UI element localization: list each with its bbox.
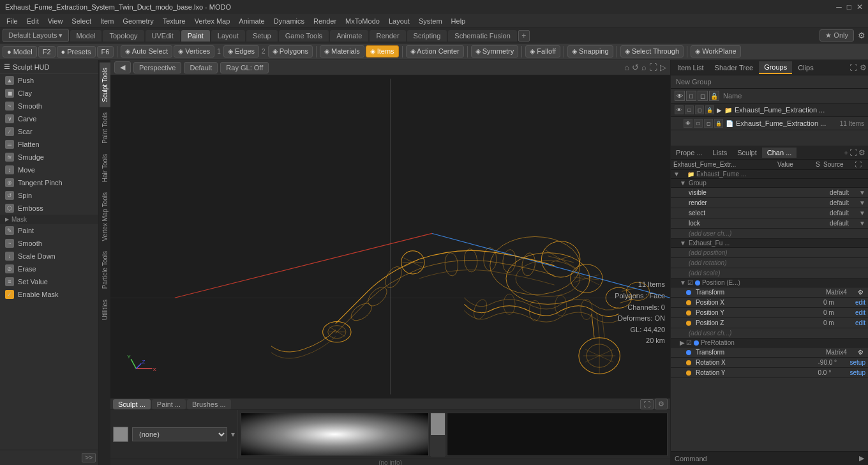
- vert-tab-particle[interactable]: Particle Tools: [100, 246, 110, 294]
- ch-posX-edit[interactable]: edit: [853, 299, 865, 306]
- tool-smudge[interactable]: ≋ Smudge: [0, 151, 98, 164]
- tab-layout[interactable]: Layout: [211, 30, 245, 42]
- rp-tab-groups[interactable]: Groups: [759, 61, 792, 74]
- ch-tab-lists[interactable]: Lists: [708, 148, 733, 158]
- ch-subsection-position[interactable]: ▼ ☑ Position (E...): [671, 278, 868, 287]
- tab-scripting[interactable]: Scripting: [407, 30, 447, 42]
- close-button[interactable]: ✕: [857, 3, 863, 11]
- sub-eye-icon[interactable]: 👁: [684, 119, 692, 128]
- ch-pos-checkbox-icon[interactable]: ☑: [687, 279, 693, 286]
- minimize-button[interactable]: ─: [836, 3, 842, 11]
- menu-render[interactable]: Render: [310, 16, 340, 26]
- group-render2-icon[interactable]: □: [685, 105, 694, 114]
- ch-prerot-checkbox-icon[interactable]: ☑: [686, 339, 692, 346]
- ch-rotX-value[interactable]: -90.0 °: [816, 359, 848, 366]
- tool-spin[interactable]: ↺ Spin: [0, 189, 98, 202]
- rp-tab-itemlist[interactable]: Item List: [672, 62, 709, 73]
- ch-posX-value[interactable]: 0 m: [821, 299, 853, 306]
- tab-model[interactable]: Model: [70, 30, 102, 42]
- f2-button[interactable]: F2: [38, 46, 56, 57]
- color-swatch[interactable]: [113, 427, 128, 442]
- menu-system[interactable]: System: [415, 16, 446, 26]
- bottom-expand-button[interactable]: ⛶: [640, 399, 654, 409]
- vert-tab-paint[interactable]: Paint Tools: [100, 107, 110, 149]
- polygons-button[interactable]: ◈ Polygons: [268, 45, 313, 57]
- tool-tangent-pinch[interactable]: ⊕ Tangent Pinch: [0, 176, 98, 189]
- group-select2-icon[interactable]: ◻: [695, 105, 704, 114]
- vert-tab-sculpt[interactable]: Sculpt Tools: [100, 63, 110, 107]
- group-expand-arrow-icon[interactable]: ▶: [717, 107, 722, 114]
- ch-posY-edit[interactable]: edit: [853, 309, 865, 316]
- tool-push[interactable]: ▲ Push: [0, 74, 98, 87]
- ch-posZ-edit[interactable]: edit: [853, 319, 865, 326]
- new-group-button[interactable]: New Group: [671, 75, 868, 89]
- nav-back-button[interactable]: ◀: [114, 61, 131, 73]
- tool-smooth-mask[interactable]: ~ Smooth: [0, 237, 98, 250]
- menu-animate[interactable]: Animate: [235, 16, 268, 26]
- bottom-tab-paint[interactable]: Paint ...: [152, 399, 186, 409]
- menu-view[interactable]: View: [44, 16, 67, 26]
- ch-rotY-edit[interactable]: setup: [848, 369, 865, 376]
- brush-preview-main[interactable]: [241, 413, 429, 456]
- sub-select-icon[interactable]: ◻: [704, 119, 713, 128]
- tool-emboss[interactable]: ⬡ Emboss: [0, 202, 98, 215]
- ch-visible-dropdown-icon[interactable]: ▼: [859, 189, 865, 196]
- tab-topology[interactable]: Topology: [103, 30, 144, 42]
- vis-toggle-icon[interactable]: 👁: [675, 91, 685, 101]
- vp-home-icon[interactable]: ⌂: [624, 63, 629, 72]
- f6-button[interactable]: F6: [97, 46, 114, 57]
- ch-expand-icon[interactable]: ⛶: [849, 148, 857, 157]
- maximize-button[interactable]: □: [847, 3, 851, 11]
- tool-move[interactable]: ↕ Move: [0, 164, 98, 176]
- menu-item[interactable]: Item: [96, 16, 117, 26]
- ch-transform-settings-icon[interactable]: ⚙: [855, 289, 865, 296]
- symmetry-button[interactable]: ◈ Symmetry: [471, 45, 519, 57]
- command-input[interactable]: [707, 455, 859, 462]
- ch-subsection-prerotation[interactable]: ▶ ☑ PreRotation: [671, 339, 868, 347]
- ch-lock-value[interactable]: default: [827, 220, 859, 227]
- tab-gametools[interactable]: Game Tools: [279, 30, 329, 42]
- menu-help[interactable]: Help: [447, 16, 470, 26]
- menu-vertexmap[interactable]: Vertex Map: [191, 16, 234, 26]
- menu-select[interactable]: Select: [68, 16, 95, 26]
- brush-dropdown[interactable]: (none): [132, 427, 227, 441]
- model-mode-button[interactable]: ● Model: [3, 46, 37, 57]
- ch-visible-value[interactable]: default: [827, 189, 859, 196]
- ch-section-exhaust[interactable]: ▼ 📁 Exhaust_Fume ...: [671, 170, 868, 179]
- ch-tab-chan[interactable]: Chan ...: [762, 148, 797, 158]
- tab-setup[interactable]: Setup: [246, 30, 278, 42]
- menu-file[interactable]: File: [3, 16, 22, 26]
- cmd-submit-icon[interactable]: ▶: [859, 454, 864, 462]
- tool-smooth-sculpt[interactable]: ~ Smooth: [0, 100, 98, 112]
- falloff-button[interactable]: ◈ Falloff: [525, 45, 560, 57]
- tool-flatten[interactable]: ═ Flatten: [0, 138, 98, 151]
- ch-tab-sculpt[interactable]: Sculpt: [732, 148, 762, 158]
- ch-tab-prope[interactable]: Prope ...: [671, 148, 708, 158]
- rp-tab-clips[interactable]: Clips: [793, 62, 818, 73]
- tab-render[interactable]: Render: [370, 30, 405, 42]
- viewport-canvas[interactable]: × X Y Z 11 Items Polygons : Face: [110, 75, 670, 398]
- tab-paint[interactable]: Paint: [181, 30, 210, 42]
- tab-uvedit[interactable]: UVEdit: [146, 30, 180, 42]
- sub-render-icon[interactable]: □: [694, 119, 703, 128]
- ch-settings-icon[interactable]: ⚙: [858, 148, 865, 157]
- ch-posY-value[interactable]: 0 m: [821, 309, 853, 316]
- vp-expand-icon[interactable]: ⛶: [649, 63, 657, 72]
- add-tab-button[interactable]: +: [518, 30, 530, 42]
- lock-icon[interactable]: 🔒: [709, 91, 719, 101]
- mask-section-header[interactable]: ▶ Mask: [0, 215, 98, 224]
- layout-preset-dropdown[interactable]: Default Layouts ▾: [3, 29, 69, 42]
- select-through-button[interactable]: ◈ Select Through: [620, 45, 684, 57]
- shading-button[interactable]: Default: [184, 62, 218, 73]
- workplane-button[interactable]: ◈ WorkPlane: [691, 45, 741, 57]
- perspective-button[interactable]: Perspective: [133, 62, 181, 73]
- tab-animate[interactable]: Animate: [330, 30, 368, 42]
- bottom-tab-sculpt[interactable]: Sculpt ...: [113, 399, 151, 409]
- ch-render-dropdown-icon[interactable]: ▼: [859, 199, 865, 206]
- bottom-tab-brushes[interactable]: Brushes ...: [187, 399, 231, 409]
- vp-refresh-icon[interactable]: ↺: [632, 63, 639, 72]
- ch-transform2-settings-icon[interactable]: ⚙: [855, 349, 865, 356]
- raygl-button[interactable]: Ray GL: Off: [220, 62, 269, 73]
- vert-tab-utilities[interactable]: Utilities: [100, 294, 110, 325]
- tool-carve[interactable]: ∨ Carve: [0, 112, 98, 125]
